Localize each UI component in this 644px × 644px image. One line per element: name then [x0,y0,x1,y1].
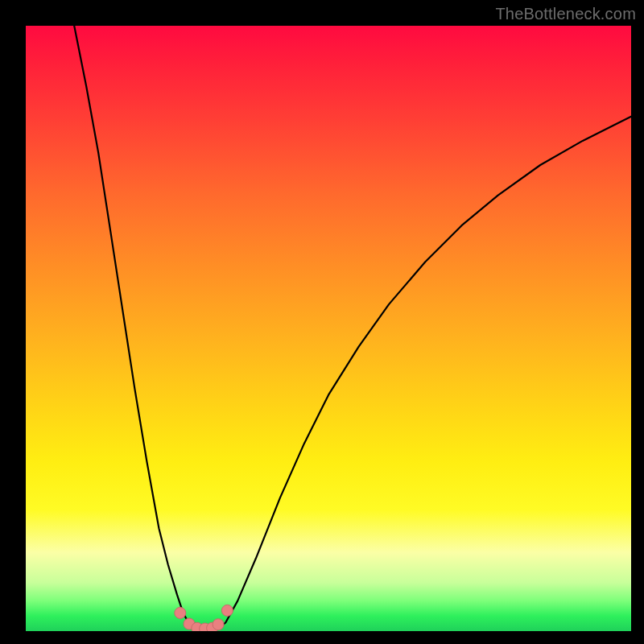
curve-right-branch [218,117,631,629]
curve-layer [26,26,631,631]
data-marker [221,605,233,616]
data-marker [175,607,186,618]
marker-cluster [175,605,233,631]
watermark-text: TheBottleneck.com [495,5,636,23]
data-marker [213,619,224,630]
chart-stage: TheBottleneck.com [0,0,644,644]
curve-left-branch [74,26,194,629]
plot-area [26,26,631,631]
